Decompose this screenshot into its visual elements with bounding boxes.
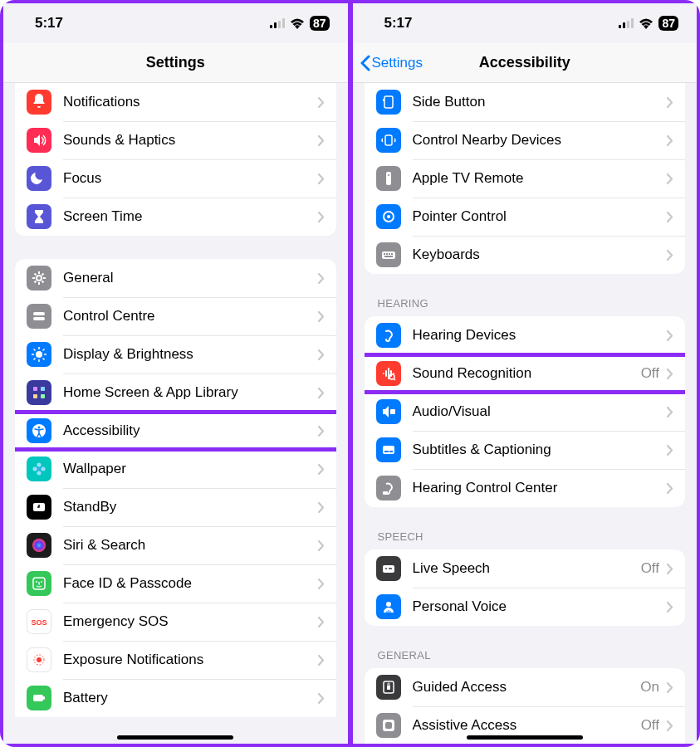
row-personal-voice[interactable]: Personal Voice [365, 588, 686, 626]
phone-left: 5:17 87 Settings NotificationsSounds & H… [3, 3, 348, 744]
svg-rect-41 [384, 253, 385, 255]
svg-rect-5 [33, 312, 45, 315]
chevron-left-icon [360, 55, 370, 71]
chevron-right-icon [317, 272, 325, 285]
row-label: Battery [63, 690, 317, 706]
row-label: General [63, 270, 317, 286]
chevron-right-icon [666, 368, 673, 380]
row-notifications[interactable]: Notifications [15, 83, 336, 121]
chevron-right-icon [317, 425, 325, 437]
sidebutton-icon [376, 90, 401, 115]
row-display-brightness[interactable]: Display & Brightness [15, 335, 336, 374]
row-label: Notifications [63, 94, 317, 110]
chevron-right-icon [317, 616, 325, 628]
grid-icon [27, 380, 51, 405]
row-label: Accessibility [63, 422, 317, 439]
chevron-right-icon [666, 96, 673, 109]
row-keyboards[interactable]: Keyboards [365, 236, 686, 274]
row-accessibility[interactable]: Accessibility [15, 412, 336, 450]
svg-rect-45 [384, 256, 393, 257]
row-hearing-devices[interactable]: Hearing Devices [365, 316, 686, 354]
row-label: Home Screen & App Library [63, 384, 317, 401]
row-side-button[interactable]: Side Button [365, 83, 686, 121]
subtitles-icon [376, 437, 401, 462]
row-label: Wallpaper [63, 461, 317, 477]
content-left[interactable]: NotificationsSounds & HapticsFocusScreen… [3, 83, 348, 744]
row-label: Control Nearby Devices [413, 132, 667, 149]
row-face-id[interactable]: Face ID & Passcode [15, 564, 336, 603]
home-indicator[interactable] [117, 735, 233, 740]
row-label: Apple TV Remote [413, 170, 667, 187]
row-control-nearby[interactable]: Control Nearby Devices [365, 121, 686, 159]
row-live-speech[interactable]: Live SpeechOff [365, 549, 686, 588]
group-header-general: GENERAL [378, 649, 673, 662]
chevron-right-icon [317, 654, 325, 666]
svg-rect-8 [33, 387, 37, 391]
svg-rect-9 [41, 387, 45, 391]
svg-point-13 [38, 427, 41, 429]
chevron-right-icon [317, 310, 325, 323]
back-button[interactable]: Settings [360, 55, 423, 71]
chevron-right-icon [317, 96, 325, 109]
row-sounds-haptics[interactable]: Sounds & Haptics [15, 121, 336, 159]
svg-rect-30 [623, 22, 625, 28]
row-screen-time[interactable]: Screen Time [15, 198, 336, 236]
battery-badge: 87 [658, 16, 678, 31]
row-exposure[interactable]: Exposure Notifications [15, 641, 336, 679]
svg-rect-47 [390, 409, 395, 414]
row-pointer-control[interactable]: Pointer Control [365, 198, 686, 236]
row-home-screen[interactable]: Home Screen & App Library [15, 374, 336, 412]
chevron-right-icon [666, 249, 673, 261]
chevron-right-icon [317, 134, 325, 147]
status-time: 5:17 [35, 15, 63, 32]
row-siri-search[interactable]: Siri & Search [15, 526, 336, 564]
content-right[interactable]: Side ButtonControl Nearby DevicesApple T… [353, 83, 698, 744]
row-label: StandBy [63, 499, 317, 515]
row-guided-access[interactable]: Guided AccessOn [365, 668, 686, 706]
clock-icon [27, 495, 51, 520]
row-label: Screen Time [63, 208, 317, 225]
row-control-centre[interactable]: Control Centre [15, 297, 336, 335]
chevron-right-icon [317, 387, 325, 399]
svg-rect-10 [33, 394, 37, 398]
svg-rect-44 [391, 253, 393, 255]
row-label: Live Speech [413, 560, 641, 577]
home-indicator[interactable] [467, 735, 583, 740]
row-sound-recognition[interactable]: Sound RecognitionOff [365, 354, 686, 393]
row-emergency-sos[interactable]: SOSEmergency SOS [15, 603, 336, 641]
svg-point-16 [37, 471, 42, 476]
accessibility-group-general: Guided AccessOnAssistive AccessOff [365, 668, 686, 744]
svg-rect-1 [274, 22, 277, 28]
svg-rect-55 [387, 686, 390, 690]
chevron-right-icon [317, 692, 325, 705]
chevron-right-icon [317, 211, 325, 223]
row-focus[interactable]: Focus [15, 159, 336, 198]
chevron-right-icon [317, 463, 325, 476]
row-apple-tv-remote[interactable]: Apple TV Remote [365, 159, 686, 198]
row-audio-visual[interactable]: Audio/Visual [365, 393, 686, 431]
row-battery[interactable]: Battery [15, 679, 336, 717]
row-label: Emergency SOS [63, 613, 317, 630]
row-label: Sounds & Haptics [63, 132, 317, 149]
row-value: On [640, 679, 659, 696]
livespeech-icon [376, 556, 401, 581]
svg-rect-3 [282, 18, 285, 28]
row-subtitles[interactable]: Subtitles & Captioning [365, 431, 686, 469]
row-hearing-control[interactable]: Hearing Control Center [365, 469, 686, 507]
row-wallpaper[interactable]: Wallpaper [15, 450, 336, 488]
svg-rect-32 [631, 18, 634, 28]
chevron-right-icon [666, 330, 673, 342]
row-label: Face ID & Passcode [63, 575, 317, 592]
chevron-right-icon [317, 349, 325, 361]
row-label: Hearing Control Center [413, 480, 667, 496]
row-standby[interactable]: StandBy [15, 488, 336, 526]
svg-rect-49 [384, 451, 389, 452]
svg-rect-34 [383, 99, 384, 101]
chevron-right-icon [666, 134, 673, 147]
exposure-icon [27, 647, 51, 672]
nav-header: Settings [3, 43, 348, 83]
audiovisual-icon [376, 399, 401, 424]
row-general[interactable]: General [15, 259, 336, 297]
row-label: Control Centre [63, 308, 317, 325]
svg-point-22 [36, 581, 37, 583]
